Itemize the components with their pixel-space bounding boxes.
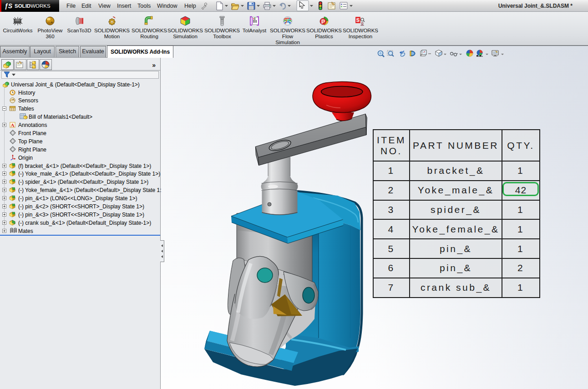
svg-text:ƒS: ƒS (5, 2, 13, 10)
svg-text:P: P (321, 19, 325, 25)
svg-text:S: S (356, 17, 360, 23)
svg-text:SOLIDWORKS: SOLIDWORKS (15, 3, 51, 9)
